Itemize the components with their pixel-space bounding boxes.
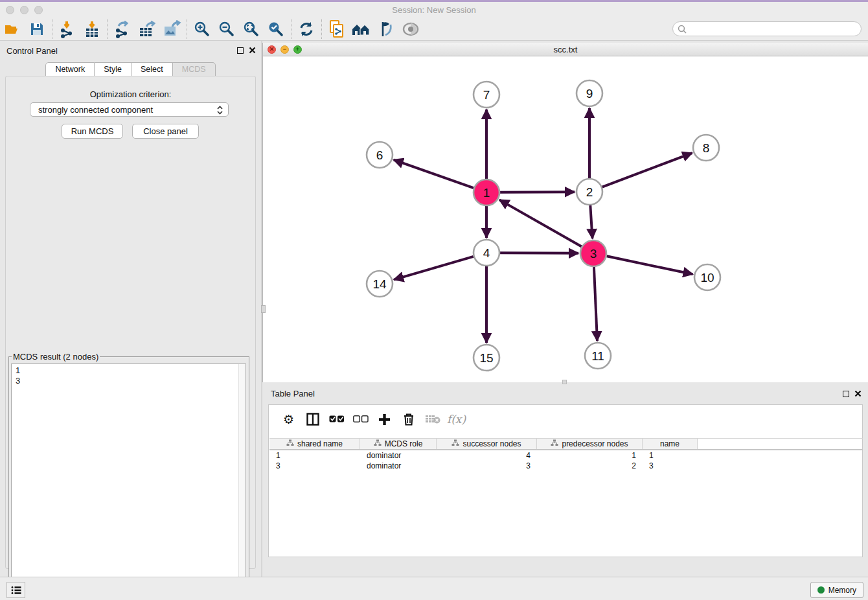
table-cell[interactable]: 1 [537,450,643,461]
export-image-icon[interactable] [159,19,184,40]
window-title: Session: New Session [0,5,868,15]
node-label-9: 9 [586,87,593,100]
function-builder-icon: f(x) [444,409,468,430]
import-network-icon[interactable] [55,19,80,40]
control-panel-tabs: NetworkStyleSelectMCDS [0,62,261,77]
column-type-icon [374,439,382,448]
task-history-button[interactable] [6,582,25,598]
table-cell[interactable]: 3 [643,461,698,471]
save-session-icon[interactable] [25,19,49,40]
toolbar-separator [187,19,187,39]
edge-3-10[interactable] [607,256,693,274]
delete-selected-icon[interactable] [396,409,420,430]
column-header-name[interactable]: name [643,439,698,449]
import-table-icon[interactable] [80,19,104,40]
network-canvas[interactable]: 7968124314101511 [263,56,868,382]
column-header-MCDS-role[interactable]: MCDS role [360,439,437,449]
tab-select[interactable]: Select [131,62,173,77]
search-icon [678,25,687,34]
table-cell[interactable]: dominator [360,461,437,471]
table-panel: Table Panel ⚙ [262,387,868,575]
titlebar: Session: New Session [0,2,868,17]
network-window-titlebar[interactable]: ✕ − + scc.txt [263,43,868,56]
zoom-in-icon[interactable] [190,19,214,40]
tab-mcds[interactable]: MCDS [173,62,216,77]
search-box[interactable] [672,21,862,36]
edge-4-14[interactable] [394,257,474,280]
edge-2-3[interactable] [590,205,592,238]
table-cell[interactable]: dominator [360,450,437,461]
table-row[interactable]: 3dominator323 [269,461,863,471]
zoom-selected-icon[interactable] [264,19,288,40]
column-header-predecessor-nodes[interactable]: predecessor nodes [537,439,643,449]
memory-button[interactable]: Memory [810,582,863,598]
left-scroll-handle[interactable] [261,305,266,313]
bottom-resize-handle[interactable] [562,380,567,384]
node-label-4: 4 [483,246,490,260]
column-header-shared-name[interactable]: shared name [269,439,360,449]
mcds-result-group: MCDS result (2 nodes) 1 3 [8,352,249,597]
toolbar-separator [291,19,291,39]
deselect-all-icon[interactable] [348,409,372,430]
node-label-14: 14 [372,277,387,291]
table-cell[interactable]: 4 [437,450,537,461]
edge-3-11[interactable] [594,267,597,341]
mcds-result-area[interactable]: 1 3 [11,363,246,597]
table-rows: 1dominator4113dominator323 [269,450,863,471]
edge-2-8[interactable] [602,153,692,187]
column-label: successor nodes [463,439,521,448]
float-table-panel-icon[interactable] [843,391,849,397]
run-mcds-button[interactable]: Run MCDS [62,124,123,139]
node-label-11: 11 [591,349,604,363]
main-toolbar [0,17,868,41]
control-panel: Control Panel NetworkStyleSelectMCDS Opt… [0,41,261,577]
close-table-panel-icon[interactable] [854,390,862,397]
table-cell[interactable]: 1 [643,450,698,461]
column-header-successor-nodes[interactable]: successor nodes [437,439,537,449]
table-cell[interactable]: 3 [269,461,360,471]
table-cell[interactable]: 2 [537,461,643,471]
show-columns-icon[interactable] [301,409,325,430]
table-row[interactable]: 1dominator411 [269,450,863,461]
result-scrollbar[interactable] [238,364,246,596]
table-settings-icon[interactable]: ⚙ [277,409,301,430]
node-label-6: 6 [376,148,383,162]
edge-1-6[interactable] [394,160,474,188]
open-session-icon[interactable] [0,19,25,40]
table-cell[interactable]: 3 [437,461,537,471]
close-panel-icon[interactable] [249,47,256,54]
export-table-icon[interactable] [135,19,159,40]
search-input[interactable] [690,25,861,34]
float-panel-icon[interactable] [237,47,244,54]
column-label: predecessor nodes [562,439,628,448]
network-window-title: scc.txt [263,45,868,54]
select-all-icon[interactable] [325,409,348,430]
show-details-icon[interactable] [398,19,423,40]
zoom-fit-icon[interactable] [239,19,264,40]
table-cell[interactable]: 1 [269,450,360,461]
criterion-value: strongly connected component [38,105,153,115]
node-label-3: 3 [590,247,597,260]
zoom-out-icon[interactable] [214,19,239,40]
tab-style[interactable]: Style [95,62,131,77]
clone-network-icon[interactable] [325,19,349,40]
refresh-view-icon[interactable] [294,19,319,40]
criterion-select[interactable]: strongly connected component [30,102,229,117]
toolbar-separator [321,19,322,39]
edge-4-3[interactable] [500,253,578,253]
tab-network[interactable]: Network [45,62,95,77]
column-type-icon [551,439,558,448]
close-panel-button[interactable]: Close panel [132,124,199,139]
mcds-panel: Optimization criterion: strongly connect… [5,76,256,569]
memory-status-icon [817,586,825,594]
edge-1-2[interactable] [500,192,575,192]
export-network-icon[interactable] [110,19,135,40]
status-bar: Memory [0,577,868,600]
column-type-icon [286,439,294,448]
memory-label: Memory [828,586,856,595]
add-row-icon[interactable] [372,409,396,430]
hide-details-icon[interactable] [374,19,398,40]
column-type-icon [451,439,459,448]
first-neighbors-icon[interactable] [349,19,374,40]
edge-3-1[interactable] [499,200,582,246]
